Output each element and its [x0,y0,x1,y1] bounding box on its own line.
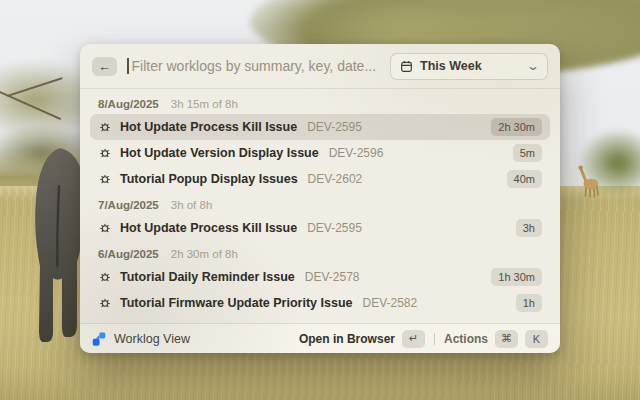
footer-separator [434,333,435,345]
worklog-row[interactable]: Hot Update Process Kill Issue DEV-2595 3… [90,215,550,241]
section-total: 3h 15m of 8h [171,98,238,110]
worklog-row[interactable]: Tutorial Firmware Update Priority Issue … [90,290,550,316]
issue-title: Hot Update Version Display Issue [120,146,319,160]
cmd-key-badge: ⌘ [495,330,518,348]
duration-badge: 3h [516,219,542,237]
enter-key-badge: ↵ [402,330,425,348]
issue-key: DEV-2578 [305,270,360,284]
search-field-wrap [127,58,380,74]
period-dropdown-value: This Week [420,59,482,73]
section-header: 6/Aug/2025 2h 30m of 8h [90,241,550,264]
issue-key: DEV-2595 [307,120,362,134]
footer-actions: Open in Browser ↵ Actions ⌘ K [299,330,548,348]
bug-icon [98,120,112,134]
issue-title: Tutorial Popup Display Issues [120,172,298,186]
back-arrow-icon: ← [98,60,111,73]
chevron-down-icon: ⌄ [526,60,540,72]
issue-title: Tutorial Firmware Update Priority Issue [120,296,352,310]
footer-bar: Worklog View Open in Browser ↵ Actions ⌘… [80,323,560,353]
worklog-window: ← This Week ⌄ 8/Aug/2025 3h 15m of [80,44,560,353]
actions-button[interactable]: Actions [444,332,488,346]
issue-title: Hot Update Process Kill Issue [120,221,297,235]
search-bar: ← This Week ⌄ [80,44,560,89]
worklog-section: 5/Aug/2025 5h 20m of 8h [90,316,550,323]
worklog-row[interactable]: Tutorial Popup Display Issues DEV-2602 4… [90,166,550,192]
worklog-section: 7/Aug/2025 3h of 8h Hot Update Process K… [90,192,550,241]
giraffe-silhouette [577,162,603,202]
section-date: 8/Aug/2025 [98,98,159,110]
bug-icon [98,270,112,284]
section-header: 8/Aug/2025 3h 15m of 8h [90,91,550,114]
issue-key: DEV-2582 [362,296,417,310]
worklog-section: 8/Aug/2025 3h 15m of 8h Hot Update Proce… [90,91,550,192]
period-dropdown[interactable]: This Week ⌄ [390,53,548,80]
desktop: ← This Week ⌄ 8/Aug/2025 3h 15m of [0,0,640,400]
open-in-browser-button[interactable]: Open in Browser [299,332,395,346]
section-header: 7/Aug/2025 3h of 8h [90,192,550,215]
bug-icon [98,146,112,160]
back-button[interactable]: ← [92,57,117,76]
worklog-row[interactable]: Tutorial Daily Reminder Issue DEV-2578 1… [90,264,550,290]
section-rows: Hot Update Process Kill Issue DEV-2595 3… [90,215,550,241]
search-input[interactable] [132,58,381,74]
issue-key: DEV-2595 [307,221,362,235]
calendar-icon [400,60,413,73]
duration-badge: 1h 30m [491,268,542,286]
duration-badge: 40m [507,170,542,188]
bug-icon [98,172,112,186]
issue-key: DEV-2602 [308,172,363,186]
section-date: 6/Aug/2025 [98,248,159,260]
bug-icon [98,221,112,235]
worklog-row[interactable]: Hot Update Process Kill Issue DEV-2595 2… [90,114,550,140]
section-total: 2h 30m of 8h [171,248,238,260]
section-rows: Hot Update Process Kill Issue DEV-2595 2… [90,114,550,192]
section-date: 7/Aug/2025 [98,199,159,211]
duration-badge: 2h 30m [491,118,542,136]
text-caret [127,58,129,74]
duration-badge: 1h [516,294,542,312]
worklog-row[interactable]: Hot Update Version Display Issue DEV-259… [90,140,550,166]
bug-icon [98,296,112,310]
issue-key: DEV-2596 [329,146,384,160]
section-header: 5/Aug/2025 5h 20m of 8h [90,316,550,323]
issue-title: Tutorial Daily Reminder Issue [120,270,295,284]
worklog-section: 6/Aug/2025 2h 30m of 8h Tutorial Daily R… [90,241,550,316]
duration-badge: 5m [513,144,542,162]
k-key-badge: K [525,330,548,348]
section-rows: Tutorial Daily Reminder Issue DEV-2578 1… [90,264,550,316]
footer-app-title: Worklog View [114,332,190,346]
worklog-list: 8/Aug/2025 3h 15m of 8h Hot Update Proce… [80,89,560,323]
issue-title: Hot Update Process Kill Issue [120,120,297,134]
jira-icon [92,332,106,346]
section-total: 3h of 8h [171,199,213,211]
